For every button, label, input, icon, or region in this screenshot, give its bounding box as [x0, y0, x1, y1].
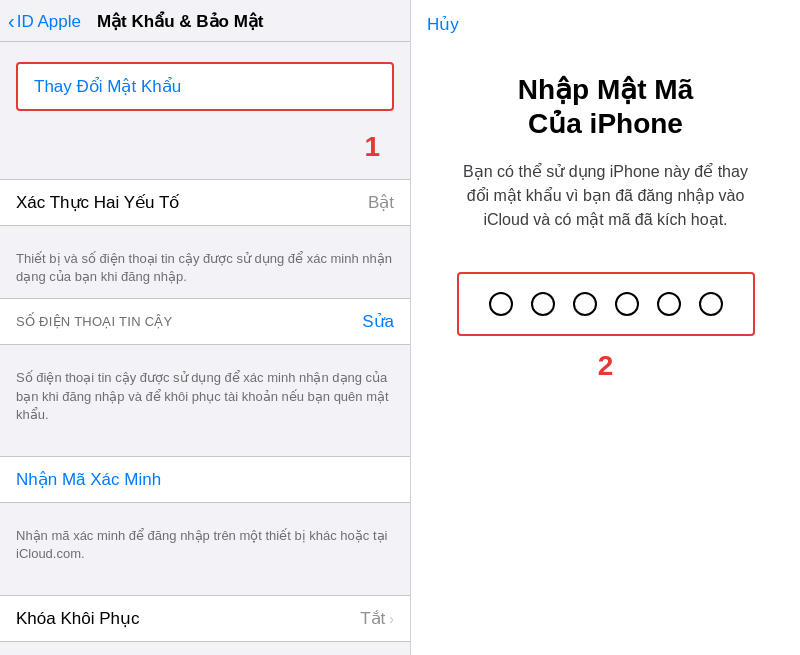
step-2-badge: 2	[598, 350, 614, 382]
change-password-section[interactable]: Thay Đổi Mật Khẩu	[16, 62, 394, 111]
modal-description: Bạn có thể sử dụng iPhone này để thay đổ…	[456, 160, 756, 232]
back-chevron-icon: ‹	[8, 10, 15, 33]
trusted-phone-section: SỐ ĐIỆN THOẠI TIN CẬY Sửa	[0, 298, 410, 345]
recovery-key-row[interactable]: Khóa Khôi Phục Tắt ›	[0, 596, 410, 641]
change-password-row[interactable]: Thay Đổi Mật Khẩu	[18, 64, 392, 109]
step-1-badge: 1	[0, 131, 410, 163]
cancel-button[interactable]: Hủy	[427, 14, 459, 35]
passcode-dot-2	[531, 292, 555, 316]
page-title: Mật Khẩu & Bảo Mật	[97, 11, 264, 32]
right-content: Nhập Mật Mã Của iPhone Bạn có thể sử dụn…	[411, 43, 800, 655]
step-2-number: 2	[598, 350, 614, 382]
change-password-label: Thay Đổi Mật Khẩu	[34, 77, 181, 96]
passcode-dot-3	[573, 292, 597, 316]
two-factor-row[interactable]: Xác Thực Hai Yếu Tố Bật	[0, 180, 410, 225]
nav-bar: ‹ ID Apple Mật Khẩu & Bảo Mật	[0, 0, 410, 42]
two-factor-section: Xác Thực Hai Yếu Tố Bật Thiết bị và số đ…	[0, 179, 410, 436]
verification-code-label: Nhận Mã Xác Minh	[16, 469, 161, 490]
two-factor-row-group: Xác Thực Hai Yếu Tố Bật	[0, 179, 410, 226]
two-factor-value: Bật	[368, 192, 394, 213]
recovery-key-label: Khóa Khôi Phục	[16, 608, 139, 629]
right-panel: Hủy Nhập Mật Mã Của iPhone Bạn có thể sử…	[410, 0, 800, 655]
passcode-dot-6	[699, 292, 723, 316]
recovery-key-section: Khóa Khôi Phục Tắt › Sử dụng khóa khôi p…	[0, 595, 410, 655]
left-content: Thay Đổi Mật Khẩu 1 Xác Thực Hai Yếu Tố …	[0, 42, 410, 655]
back-button[interactable]: ‹ ID Apple	[8, 10, 81, 33]
verification-code-row-group: Nhận Mã Xác Minh	[0, 456, 410, 503]
modal-title-line1: Nhập Mật Mã	[518, 74, 694, 105]
left-panel: ‹ ID Apple Mật Khẩu & Bảo Mật Thay Đổi M…	[0, 0, 410, 655]
passcode-dot-4	[615, 292, 639, 316]
back-label: ID Apple	[17, 12, 81, 32]
passcode-input-container[interactable]	[457, 272, 755, 336]
two-factor-label: Xác Thực Hai Yếu Tố	[16, 192, 179, 213]
passcode-dot-1	[489, 292, 513, 316]
recovery-key-value: Tắt	[360, 608, 385, 629]
trusted-phone-action[interactable]: Sửa	[362, 311, 394, 332]
modal-title-line2: Của iPhone	[528, 108, 683, 139]
modal-title: Nhập Mật Mã Của iPhone	[518, 73, 694, 140]
verification-code-section: Nhận Mã Xác Minh Nhận mã xác minh để đăn…	[0, 456, 410, 575]
recovery-key-row-group: Khóa Khôi Phục Tắt ›	[0, 595, 410, 642]
right-nav-bar: Hủy	[411, 0, 800, 43]
trusted-phone-description: Số điện thoại tin cậy được sử dụng để xá…	[0, 365, 410, 436]
chevron-right-icon: ›	[389, 611, 394, 627]
verification-code-description: Nhận mã xác minh để đăng nhập trên một t…	[0, 523, 410, 575]
recovery-key-value-group: Tắt ›	[360, 608, 394, 629]
step-1-number: 1	[364, 131, 380, 163]
verification-code-row[interactable]: Nhận Mã Xác Minh	[0, 457, 410, 502]
passcode-dot-5	[657, 292, 681, 316]
trusted-phone-row[interactable]: SỐ ĐIỆN THOẠI TIN CẬY Sửa	[0, 299, 410, 344]
two-factor-description: Thiết bị và số điện thoại tin cậy được s…	[0, 246, 410, 298]
trusted-phone-header: SỐ ĐIỆN THOẠI TIN CẬY	[16, 314, 173, 329]
